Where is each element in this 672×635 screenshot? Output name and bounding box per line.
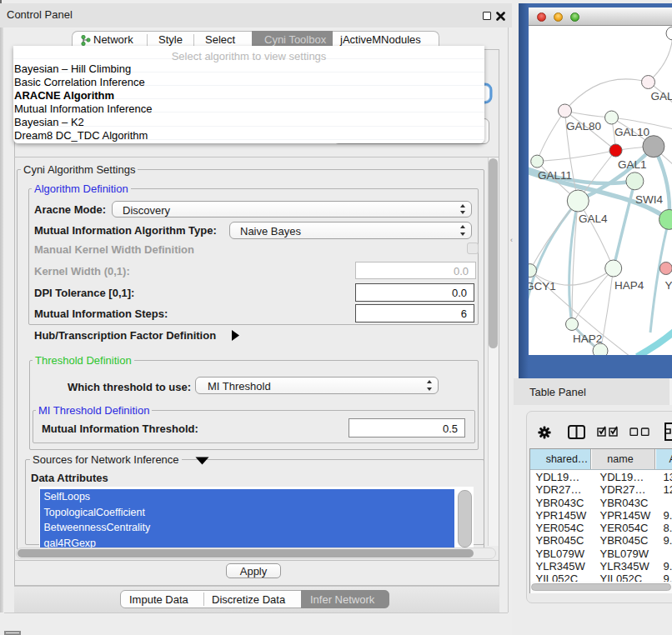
svg-text:GCY1: GCY1: [529, 280, 556, 292]
svg-text:GAL1: GAL1: [618, 158, 647, 171]
svg-text:SWI4: SWI4: [635, 193, 663, 206]
svg-text:GAL4: GAL4: [579, 212, 608, 225]
svg-text:GAL11: GAL11: [538, 169, 572, 182]
svg-text:HAP4: HAP4: [614, 279, 644, 292]
svg-text:Y: Y: [665, 279, 672, 292]
svg-text:GAL10: GAL10: [614, 126, 649, 138]
svg-text:HAP2: HAP2: [573, 332, 602, 345]
svg-text:GAL: GAL: [651, 90, 672, 102]
svg-text:GAL80: GAL80: [566, 120, 601, 132]
